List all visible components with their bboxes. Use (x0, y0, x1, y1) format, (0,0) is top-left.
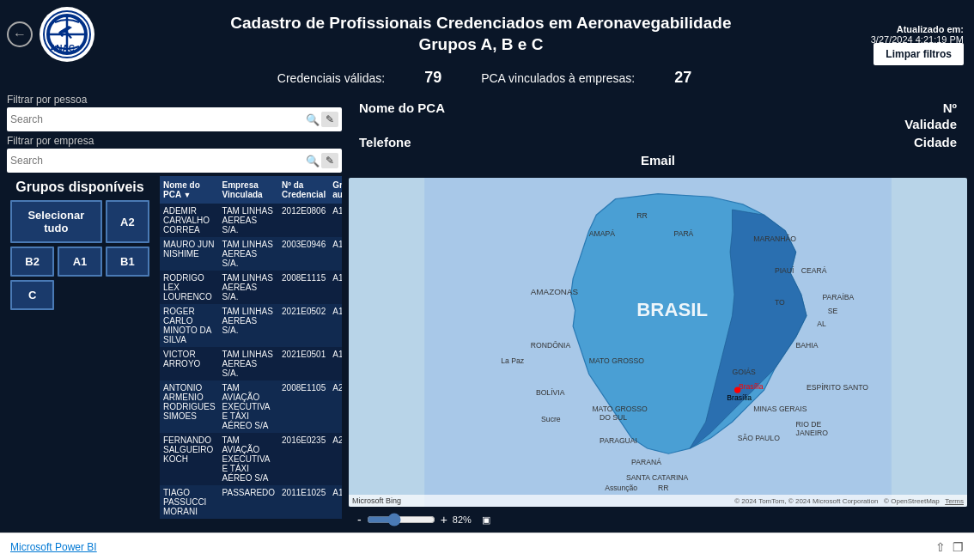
svg-text:ANAC: ANAC (50, 44, 75, 53)
svg-text:PARAGUAI: PARAGUAI (600, 436, 637, 445)
group-btn-select-all[interactable]: Selecionar tudo (10, 200, 102, 243)
table-row[interactable]: ANTONIO ARMENIO RODRIGUES SIMOESTAM AVIA… (160, 380, 342, 433)
svg-text:RIO DE: RIO DE (796, 420, 822, 429)
cell-credencial: 2021E0501 (278, 347, 329, 380)
cell-credencial: 2003E0946 (278, 237, 329, 271)
search-company-icon[interactable]: 🔍 (306, 155, 320, 167)
group-btn-a1[interactable]: A1 (58, 247, 101, 277)
groups-section: Grupos disponíveis Selecionar tudoA2B2A1… (7, 176, 153, 529)
clear-filters-button[interactable]: Limpar filtros (874, 43, 964, 65)
credenciais-label: Credenciais válidas: (277, 71, 385, 85)
cell-empresa: TAM LINHAS AEREAS S/A. (219, 204, 279, 237)
cell-grupos: A2, B1, C (329, 433, 342, 485)
title-area: Cadastro de Profissionais Credenciados e… (98, 13, 864, 55)
cell-empresa: TAM LINHAS AEREAS S/A. (219, 347, 279, 380)
table-row[interactable]: ADEMIR CARVALHO CORREATAM LINHAS AEREAS … (160, 204, 342, 237)
group-btn-b1[interactable]: B1 (106, 247, 149, 277)
svg-text:AMAZONAS: AMAZONAS (531, 287, 579, 296)
cell-empresa: PASSAREDO (219, 485, 279, 519)
cell-grupos: A2, B1, C (329, 380, 342, 433)
anac-logo-svg: ANAC (43, 10, 91, 58)
zoom-out-button[interactable]: - (356, 513, 363, 527)
edit-company-button[interactable]: ✎ (321, 153, 338, 168)
filter-person-label: Filtrar por pessoa (7, 94, 342, 106)
table-row[interactable]: VICTOR ARROYOTAM LINHAS AEREAS S/A.2021E… (160, 347, 342, 380)
cell-grupos: A1, A2 (329, 485, 342, 519)
cell-nome: ANTONIO ARMENIO RODRIGUES SIMOES (160, 380, 219, 433)
group-btn-a2[interactable]: A2 (106, 200, 149, 243)
svg-text:Sucre: Sucre (541, 415, 561, 423)
svg-text:CEARÁ: CEARÁ (801, 266, 827, 275)
group-btn-c[interactable]: C (10, 280, 54, 310)
svg-text:SANTA CATARINA: SANTA CATARINA (626, 473, 689, 482)
brazil-map-svg: BRASIL AMAZONAS AMAPÁ PARÁ MARANHÃO CEAR… (349, 178, 967, 507)
col-header-credencial[interactable]: Nº da Credencial (278, 176, 329, 204)
search-person-row: 🔍 ✎ (7, 107, 342, 131)
cell-nome: ROGER CARLO MINOTO DA SILVA (160, 304, 219, 347)
svg-text:BOLÍVIA: BOLÍVIA (536, 388, 565, 397)
updated-label: Atualizado em: (871, 24, 964, 34)
cell-nome: FERNANDO SALGUEIRO KOCH (160, 433, 219, 485)
col-header-empresa[interactable]: Empresa Vinculada (219, 176, 279, 204)
svg-text:RONDÔNIA: RONDÔNIA (531, 341, 571, 350)
cell-empresa: TAM LINHAS AEREAS S/A. (219, 237, 279, 271)
fullscreen-icon[interactable]: ▣ (482, 514, 490, 526)
data-table: Nome do PCA ▼Empresa VinculadaNº da Cred… (160, 176, 342, 519)
map-footer: Microsoft Bing © 2024 TomTom, © 2024 Mic… (349, 495, 967, 507)
powerbi-link[interactable]: Microsoft Power BI (10, 541, 97, 553)
table-row[interactable]: ROGER CARLO MINOTO DA SILVATAM LINHAS AE… (160, 304, 342, 347)
table-row[interactable]: RODRIGO LEX LOURENCOTAM LINHAS AEREAS S/… (160, 271, 342, 304)
telefone-header: Telefone (359, 135, 649, 149)
svg-text:RR: RR (658, 484, 668, 492)
n-header: Nº (667, 100, 957, 115)
cell-grupos: A1, A2 (329, 204, 342, 237)
table-row[interactable]: TIAGO PASSUCCI MORANIPASSAREDO2011E1025A… (160, 485, 342, 519)
svg-text:RR: RR (636, 211, 647, 220)
svg-text:MINAS GERAIS: MINAS GERAIS (753, 405, 807, 413)
map-container[interactable]: BRASIL AMAZONAS AMAPÁ PARÁ MARANHÃO CEAR… (349, 178, 967, 507)
cell-grupos: A1, A2 (329, 347, 342, 380)
search-company-input[interactable] (10, 155, 304, 167)
svg-text:AMAPÁ: AMAPÁ (589, 229, 615, 238)
cell-credencial: 2016E0235 (278, 433, 329, 485)
cell-empresa: TAM LINHAS AEREAS S/A. (219, 304, 279, 347)
svg-text:PARAÍBA: PARAÍBA (823, 293, 855, 301)
filter-by-person: Filtrar por pessoa 🔍 ✎ (7, 94, 342, 131)
cell-empresa: TAM AVIAÇÃO EXECUTIVA E TÁXI AÉREO S/A (219, 433, 279, 485)
cell-credencial: 2008E1105 (278, 380, 329, 433)
search-person-input[interactable] (10, 113, 304, 125)
zoom-in-button[interactable]: + (439, 513, 449, 527)
share-icon[interactable]: ⇧ (935, 540, 946, 554)
col-header-nome[interactable]: Nome do PCA ▼ (160, 176, 219, 204)
cell-nome: ADEMIR CARVALHO CORREA (160, 204, 219, 237)
edit-person-button[interactable]: ✎ (321, 112, 338, 127)
group-btn-b2[interactable]: B2 (10, 247, 54, 277)
table-row[interactable]: MAURO JUN NISHIMETAM LINHAS AEREAS S/A.2… (160, 237, 342, 271)
cell-credencial: 2008E1115 (278, 271, 329, 304)
cell-grupos: A1, A2 (329, 271, 342, 304)
svg-text:BRASIL: BRASIL (636, 299, 708, 320)
svg-text:Assunção: Assunção (605, 484, 637, 492)
svg-text:MARANHÃO: MARANHÃO (753, 234, 796, 243)
filter-company-label: Filtrar por empresa (7, 135, 342, 147)
search-company-row: 🔍 ✎ (7, 149, 342, 173)
table-container[interactable]: Nome do PCA ▼Empresa VinculadaNº da Cred… (160, 176, 342, 529)
expand-icon[interactable]: ❐ (953, 540, 964, 554)
zoom-controls: - + 82% ▣ (349, 510, 967, 529)
zoom-slider[interactable] (367, 513, 435, 527)
search-person-icon[interactable]: 🔍 (306, 113, 320, 126)
cell-grupos: A1, A2 (329, 304, 342, 347)
table-row[interactable]: FERNANDO SALGUEIRO KOCHTAM AVIAÇÃO EXECU… (160, 433, 342, 485)
svg-text:MATO GROSSO: MATO GROSSO (592, 405, 648, 413)
back-button[interactable]: ← (7, 21, 33, 47)
svg-text:SE: SE (828, 307, 838, 315)
left-panel: Filtrar por pessoa 🔍 ✎ Filtrar por empre… (7, 94, 342, 529)
svg-text:PARÁ: PARÁ (674, 229, 694, 238)
svg-text:JANEIRO: JANEIRO (796, 429, 829, 437)
cidade-header: Cidade (667, 135, 957, 149)
col-header-grupos[interactable]: Grupos autorizados (329, 176, 342, 204)
groups-title: Grupos disponíveis (10, 180, 149, 195)
svg-text:MATO GROSSO: MATO GROSSO (589, 356, 645, 365)
bing-label: Microsoft Bing (352, 496, 401, 505)
svg-text:DO SUL: DO SUL (600, 413, 627, 422)
